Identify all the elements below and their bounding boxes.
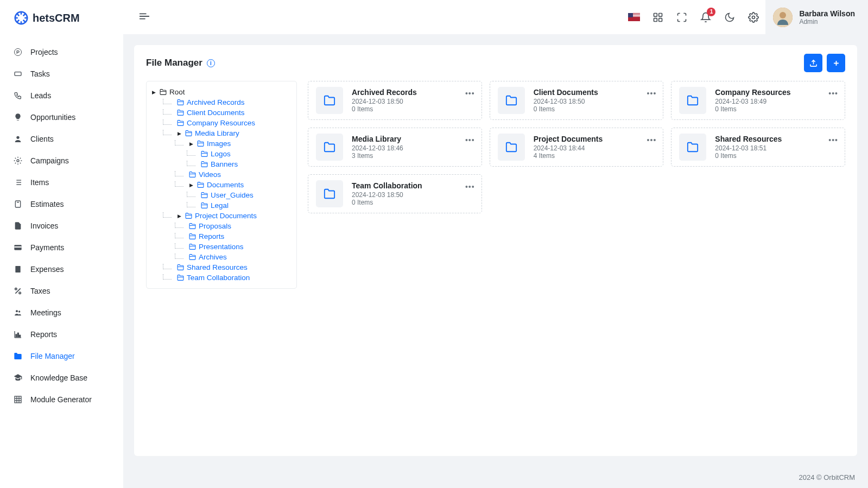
tree-node-logos[interactable]: Logos	[187, 149, 292, 159]
more-menu-icon[interactable]: •••	[828, 89, 838, 98]
tree-node-images[interactable]: ▶ Images	[175, 138, 292, 149]
folder-card[interactable]: Company Resources 2024-12-03 18:49 0 Ite…	[671, 81, 845, 120]
nav-item-taxes[interactable]: Taxes	[0, 280, 123, 302]
fullscreen-button[interactable]	[670, 5, 694, 29]
svg-point-16	[19, 292, 21, 294]
nav-item-reports[interactable]: Reports	[0, 324, 123, 345]
folder-card[interactable]: Project Documents 2024-12-03 18:44 4 Ite…	[490, 128, 664, 167]
tree-node-project-docs[interactable]: ▶ Project Documents	[163, 211, 292, 221]
chevron-right-icon[interactable]: ▶	[176, 131, 182, 136]
folder-card[interactable]: Shared Resources 2024-12-03 18:51 0 Item…	[671, 128, 845, 167]
more-menu-icon[interactable]: •••	[465, 89, 475, 98]
more-menu-icon[interactable]: •••	[465, 182, 475, 191]
nav-item-payments[interactable]: Payments	[0, 237, 123, 258]
nav-label: Reports	[30, 330, 57, 339]
tree-node-client-docs[interactable]: Client Documents	[163, 107, 292, 118]
nav-item-leads[interactable]: Leads	[0, 85, 123, 106]
folder-icon	[679, 134, 706, 161]
menu-toggle-button[interactable]	[134, 6, 155, 28]
folder-icon	[188, 243, 196, 251]
nav-item-tasks[interactable]: Tasks	[0, 63, 123, 85]
topbar: 1 Barbara Wilson Admin	[123, 0, 868, 34]
add-button[interactable]	[827, 54, 845, 72]
nav-item-expenses[interactable]: Expenses	[0, 258, 123, 280]
folder-card[interactable]: Client Documents 2024-12-03 18:50 0 Item…	[490, 81, 664, 120]
tree-node-banners[interactable]: Banners	[187, 159, 292, 169]
nav-item-module-generator[interactable]: Module Generator	[0, 389, 123, 410]
more-menu-icon[interactable]: •••	[647, 136, 657, 144]
list-icon	[13, 178, 23, 187]
folder-icon	[200, 192, 208, 199]
file-manager-panel: File Manager i ▶	[134, 45, 857, 456]
tree-node-reports[interactable]: Reports	[175, 231, 292, 242]
tree-node-archived[interactable]: Archived Records	[163, 97, 292, 107]
tree-node-videos[interactable]: Videos	[175, 169, 292, 180]
more-menu-icon[interactable]: •••	[647, 89, 657, 98]
settings-button[interactable]	[742, 5, 765, 29]
folder-icon	[188, 171, 196, 179]
more-menu-icon[interactable]: •••	[465, 136, 475, 144]
tree-branch-icon	[163, 109, 172, 115]
folder-items: 0 Items	[352, 105, 474, 113]
user-menu[interactable]: Barbara Wilson Admin	[765, 0, 868, 34]
chevron-right-icon[interactable]: ▶	[188, 182, 194, 188]
apps-button[interactable]	[646, 5, 670, 29]
folder-date: 2024-12-03 18:44	[534, 144, 656, 152]
language-selector[interactable]	[622, 5, 646, 29]
folder-card[interactable]: Archived Records 2024-12-03 18:50 0 Item…	[308, 81, 482, 120]
folder-icon	[188, 233, 196, 240]
user-name: Barbara Wilson	[799, 9, 855, 18]
folder-card-body: Project Documents 2024-12-03 18:44 4 Ite…	[534, 135, 656, 160]
panel-header: File Manager i	[134, 45, 857, 81]
tree-branch-icon	[163, 274, 172, 280]
tree-node-root[interactable]: ▶ Root	[151, 87, 292, 97]
svg-point-36	[752, 16, 755, 18]
tree-node-legal[interactable]: Legal	[187, 200, 292, 211]
nav-item-file-manager[interactable]: File Manager	[0, 345, 123, 367]
nav-item-projects[interactable]: PProjects	[0, 41, 123, 63]
nav-item-items[interactable]: Items	[0, 172, 123, 193]
nav-item-opportunities[interactable]: Opportunities	[0, 106, 123, 128]
tree-branch-icon	[175, 253, 183, 259]
folder-icon	[498, 87, 525, 114]
upload-button[interactable]	[804, 54, 822, 72]
ticket-icon	[13, 69, 23, 79]
folder-icon	[316, 180, 343, 207]
tree-node-team[interactable]: Team Collaboration	[163, 272, 292, 283]
svg-point-2	[17, 160, 19, 162]
gear-icon	[13, 156, 23, 166]
nav-item-clients[interactable]: Clients	[0, 128, 123, 150]
svg-rect-33	[659, 13, 662, 16]
tree-branch-icon	[175, 223, 183, 228]
folder-card[interactable]: Media Library 2024-12-03 18:46 3 Items •…	[308, 128, 482, 167]
brand-logo[interactable]: hetsCRM	[0, 0, 123, 36]
tree-node-docs[interactable]: ▶ Documents	[175, 180, 292, 190]
theme-toggle[interactable]	[718, 5, 742, 29]
nav-item-campaigns[interactable]: Campaigns	[0, 150, 123, 172]
more-menu-icon[interactable]: •••	[828, 136, 838, 144]
tree-node-media[interactable]: ▶ Media Library	[163, 128, 292, 138]
tree-node-archives[interactable]: Archives	[175, 252, 292, 262]
chevron-right-icon[interactable]: ▶	[188, 141, 194, 147]
folder-open-icon	[159, 88, 167, 96]
tree-node-company-res[interactable]: Company Resources	[163, 118, 292, 128]
tree-node-user-guides[interactable]: User_Guides	[187, 190, 292, 200]
chevron-right-icon[interactable]: ▶	[176, 213, 182, 219]
folder-card-body: Shared Resources 2024-12-03 18:51 0 Item…	[715, 135, 837, 160]
card-icon	[13, 243, 23, 252]
tree-node-presentations[interactable]: Presentations	[175, 242, 292, 252]
tree-branch-icon	[187, 161, 195, 166]
tree-node-shared[interactable]: Shared Resources	[163, 262, 292, 272]
nav-label: Meetings	[30, 308, 61, 317]
nav-item-estimates[interactable]: Estimates	[0, 193, 123, 215]
nav-item-meetings[interactable]: Meetings	[0, 302, 123, 324]
notifications-button[interactable]: 1	[694, 5, 718, 29]
folder-name: Client Documents	[534, 88, 656, 97]
info-icon[interactable]: i	[207, 59, 215, 67]
folder-icon	[316, 134, 343, 161]
chevron-right-icon[interactable]: ▶	[151, 90, 156, 95]
tree-node-proposals[interactable]: Proposals	[175, 221, 292, 231]
folder-card[interactable]: Team Collaboration 2024-12-03 18:50 0 It…	[308, 174, 482, 213]
nav-item-invoices[interactable]: Invoices	[0, 215, 123, 237]
nav-item-knowledge-base[interactable]: Knowledge Base	[0, 367, 123, 389]
